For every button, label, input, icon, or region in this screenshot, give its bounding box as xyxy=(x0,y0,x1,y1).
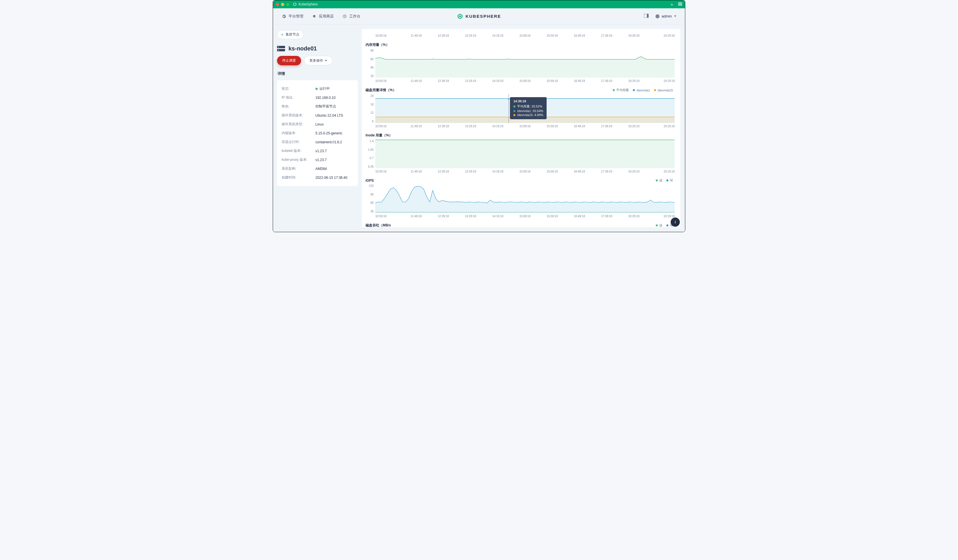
chart-yaxis: 2418126 xyxy=(364,94,375,123)
detail-row: kube-proxy 版本:v1.23.7 xyxy=(282,155,353,164)
detail-row: 创建时间:2022-06-15 17:36:40 xyxy=(282,173,353,182)
expand-icon[interactable]: » xyxy=(671,2,673,6)
chart-hover-point xyxy=(508,117,510,119)
nav-platform[interactable]: 平台管理 xyxy=(282,14,303,19)
svg-point-5 xyxy=(278,46,279,47)
minimize-window-icon[interactable] xyxy=(281,3,284,6)
window-titlebar: KubeSphere » xyxy=(273,0,685,8)
svg-rect-7 xyxy=(375,140,675,168)
chart-title-mem: 内存用量（%） xyxy=(366,43,389,47)
chevron-left-icon: < xyxy=(281,33,283,36)
chart-title-inode: Inode 用量（%） xyxy=(366,133,392,138)
breadcrumb-back[interactable]: < 集群节点 xyxy=(277,30,304,39)
appstore-icon xyxy=(312,14,317,19)
chart-hover-point xyxy=(508,98,510,100)
app-title: KubeSphere xyxy=(298,2,318,6)
stop-schedule-button[interactable]: 停止调度 xyxy=(277,56,301,65)
workbench-icon xyxy=(343,14,347,19)
gear-icon xyxy=(282,14,286,19)
chart-title-iops: IOPS xyxy=(366,179,374,182)
chart-plot-inode xyxy=(375,140,675,168)
main-content[interactable]: 10:59:1811:49:1812:39:1813:29:1814:19:18… xyxy=(362,29,680,227)
chart-tooltip: 14:39:18 平均用量: 20.52%/dev/vda1: 20.54%/d… xyxy=(510,97,547,119)
detail-row: 角色:控制平面节点 xyxy=(282,102,353,111)
chart-legend: 读写 xyxy=(656,223,673,227)
detail-row: IP 地址:192.168.0.10 xyxy=(282,93,353,102)
nav-appstore[interactable]: 应用商店 xyxy=(312,14,334,19)
chart-legend: 读写 xyxy=(656,178,673,182)
chart-legend: 平均用量/dev/vda1/dev/vda15 xyxy=(613,88,673,92)
details-heading: 详情 xyxy=(277,71,358,76)
kubesphere-logo-icon xyxy=(457,13,463,19)
chart-xaxis: 10:59:1811:49:1812:39:1813:29:1814:19:18… xyxy=(375,215,675,218)
details-list: 状态:运行中IP 地址:192.168.0.10角色:控制平面节点操作系统版本:… xyxy=(277,80,358,186)
svg-rect-2 xyxy=(647,14,649,18)
svg-point-6 xyxy=(278,49,279,51)
detail-row: 操作系统版本:Ubuntu 22.04 LTS xyxy=(282,111,353,120)
app-icon xyxy=(293,2,297,6)
nav-workbench[interactable]: 工作台 xyxy=(343,14,360,19)
chart-xaxis: 10:59:1811:49:1812:39:1813:29:1814:19:18… xyxy=(375,170,675,173)
chart-plot-disk: 14:39:18 平均用量: 20.52%/dev/vda1: 20.54%/d… xyxy=(375,94,675,123)
page-title: ks-node01 xyxy=(289,45,317,52)
chart-xaxis: 10:59:1811:49:1812:39:1813:29:1814:19:18… xyxy=(375,79,675,82)
layout-icon[interactable] xyxy=(644,14,649,19)
chart-title-disk: 磁盘用量详情（%） xyxy=(366,88,396,92)
chart-plot-iops xyxy=(375,184,675,213)
detail-row: 系统架构:AMD64 xyxy=(282,164,353,173)
maximize-window-icon[interactable] xyxy=(286,3,289,6)
more-actions-button[interactable]: 更多操作 xyxy=(304,56,333,65)
brand-logo[interactable]: KUBESPHERE xyxy=(457,13,501,19)
chart-yaxis: 120906030 xyxy=(364,184,375,213)
help-fab[interactable]: i xyxy=(671,217,680,227)
detail-row: kubelet 版本:v1.23.7 xyxy=(282,146,353,155)
detail-row: 操作系统类型:Linux xyxy=(282,120,353,128)
node-icon xyxy=(277,46,285,52)
avatar-icon xyxy=(655,14,660,18)
chevron-down-icon xyxy=(325,60,327,61)
chart-yaxis: 80604020 xyxy=(364,49,375,78)
global-header: 平台管理 应用商店 工作台 KUBESPHERE admin xyxy=(273,8,685,24)
detail-row: 内核版本:5.15.0-25-generic xyxy=(282,128,353,138)
detail-row: 容器运行时:containerd://1.6.2 xyxy=(282,138,353,146)
chart-xaxis: 10:59:1811:49:1812:39:1813:29:1814:19:18… xyxy=(375,125,675,128)
chart-yaxis: 1.41.050.70.35 xyxy=(364,140,375,168)
chevron-down-icon xyxy=(674,16,676,17)
chart-xaxis: 10:59:1811:49:1812:39:1813:29:1814:19:18… xyxy=(375,34,675,37)
close-window-icon[interactable] xyxy=(276,3,279,6)
user-menu[interactable]: admin xyxy=(655,14,676,18)
chart-plot-mem xyxy=(375,49,675,78)
menu-icon[interactable] xyxy=(678,2,682,6)
detail-row: 状态:运行中 xyxy=(282,84,353,93)
chart-title-throughput: 磁盘吞吐（MB/s xyxy=(366,223,391,227)
